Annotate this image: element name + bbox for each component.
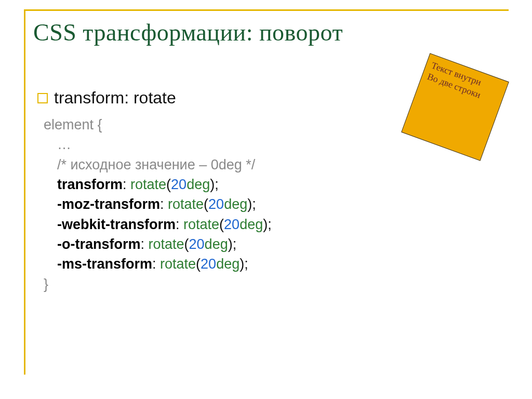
slide-title: CSS трансформации: поворот xyxy=(33,19,343,46)
sticky-note: Текст внутри Во две строки xyxy=(401,53,509,161)
css-num: 20 xyxy=(189,236,205,252)
css-num: 20 xyxy=(201,256,216,272)
css-unit: deg xyxy=(205,236,228,252)
code-close: } xyxy=(44,274,401,294)
css-fn: rotate xyxy=(160,256,196,272)
css-prop: transform xyxy=(57,177,123,192)
code-rule: -webkit-transform: rotate(20deg); xyxy=(44,215,401,234)
bullet-item: transform: rotate xyxy=(37,88,401,108)
css-prop: -ms-transform xyxy=(57,256,152,272)
code-rule: -moz-transform: rotate(20deg); xyxy=(44,194,401,214)
css-fn: rotate xyxy=(130,177,166,192)
slide-body: transform: rotate element { … /* исходно… xyxy=(37,88,401,294)
code-ellipsis: … xyxy=(44,135,401,154)
slide: CSS трансформации: поворот Текст внутри … xyxy=(0,0,532,399)
css-fn: rotate xyxy=(183,217,219,232)
code-block: element { … /* исходное значение – 0deg … xyxy=(44,115,401,294)
css-unit: deg xyxy=(187,177,210,192)
css-num: 20 xyxy=(208,196,224,212)
css-prop: -o-transform xyxy=(57,236,141,252)
css-num: 20 xyxy=(224,217,240,232)
css-fn: rotate xyxy=(149,236,184,252)
code-rule: transform: rotate(20deg); xyxy=(44,175,401,194)
css-num: 20 xyxy=(171,177,187,192)
code-rule: -o-transform: rotate(20deg); xyxy=(44,234,401,254)
code-rule: -ms-transform: rotate(20deg); xyxy=(44,254,401,274)
css-prop: -moz-transform xyxy=(57,196,160,212)
css-fn: rotate xyxy=(168,196,204,212)
code-selector: element { xyxy=(44,115,401,135)
square-bullet-icon xyxy=(37,93,48,103)
css-unit: deg xyxy=(240,217,263,232)
bullet-text: transform: rotate xyxy=(54,88,176,108)
code-comment: /* исходное значение – 0deg */ xyxy=(44,155,401,175)
css-unit: deg xyxy=(224,196,247,212)
css-unit: deg xyxy=(216,256,240,272)
css-prop: -webkit-transform xyxy=(57,217,176,232)
